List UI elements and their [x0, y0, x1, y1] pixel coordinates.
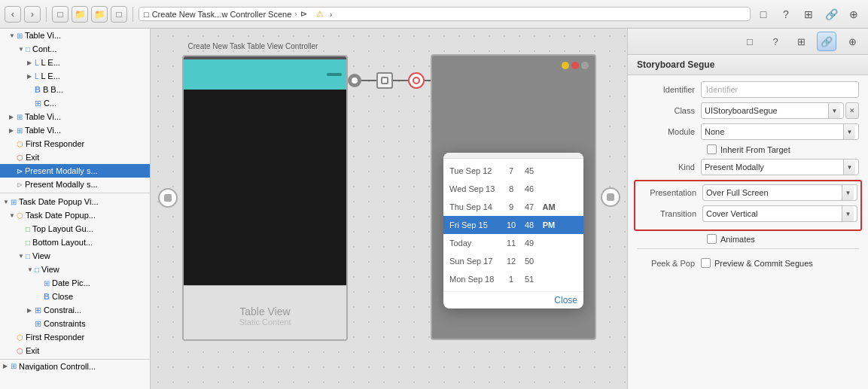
nav-triangle-tv2[interactable] [9, 114, 17, 120]
peek-pop-checkbox[interactable] [701, 258, 711, 268]
nav-icon-tv3: ⊞ [17, 126, 23, 135]
file-icon-3[interactable]: 📁 [91, 6, 108, 23]
presentation-select[interactable]: Over Full Screen ▼ [702, 184, 857, 201]
nav-triangle-cont[interactable] [18, 46, 26, 53]
nav-triangle-v1[interactable] [18, 253, 26, 260]
nav-item-navigation-controll[interactable]: ⊞ Navigation Controll... [0, 359, 150, 372]
class-select[interactable]: UIStoryboardSegue ▼ [701, 102, 844, 119]
nav-label-v1: View [32, 251, 50, 260]
connector-right-area [408, 72, 425, 89]
nav-item-view-2[interactable]: □ View [0, 263, 150, 276]
date-num2-5: 50 [520, 257, 538, 266]
nav-item-table-vi-3[interactable]: ⊞ Table Vi... [0, 123, 150, 137]
nav-item-top-layout[interactable]: □ Top Layout Gu... [0, 222, 150, 236]
animates-checkbox[interactable] [707, 234, 717, 244]
nav-triangle-tdpv[interactable] [3, 199, 11, 205]
inspector-tab-attributes[interactable]: 🔗 [817, 32, 836, 51]
inspector-icon-bar: □ ? ⊞ 🔗 ⊕ [628, 29, 868, 55]
module-select-arrow[interactable]: ▼ [843, 124, 855, 139]
date-ampm-2: AM [538, 202, 559, 211]
date-num2-2: 47 [520, 202, 538, 211]
inspector-tab-size[interactable]: ⊕ [842, 32, 862, 51]
nav-item-exit-2[interactable]: ⬡ Exit [0, 344, 150, 357]
inspector-icon-5[interactable]: ⊕ [844, 5, 863, 24]
nav-item-l-e-2[interactable]: L L E... [0, 69, 150, 83]
highlight-box: Presentation Over Full Screen ▼ Transiti… [634, 180, 862, 231]
inspector-icon-4[interactable]: 🔗 [821, 5, 841, 24]
forward-button[interactable]: › [24, 6, 41, 23]
inherit-checkbox[interactable] [707, 144, 717, 154]
nav-triangle-v2[interactable] [27, 266, 35, 273]
nav-item-constrai[interactable]: ⊞ Constrai... [0, 303, 150, 317]
identifier-field[interactable]: Identifier [701, 81, 859, 98]
nav-item-date-pic[interactable]: ⊞ Date Pic... [0, 276, 150, 290]
file-icon-2[interactable]: 📁 [72, 6, 88, 23]
peek-pop-label: Peek & Pop [637, 259, 701, 268]
nav-triangle-tv3[interactable] [9, 127, 17, 134]
close-button[interactable]: Close [554, 295, 577, 305]
transition-value: Cover Vertical [706, 209, 842, 218]
nav-triangle-constrai[interactable] [27, 307, 35, 314]
kind-select-arrow[interactable]: ▼ [843, 160, 855, 175]
nav-label-pm2: Present Modally s... [25, 180, 98, 189]
file-icon-4[interactable]: □ [111, 6, 127, 23]
inspector-tab-identity[interactable]: ⊞ [791, 32, 811, 51]
inspector-tab-quick[interactable]: ? [766, 32, 785, 51]
breadcrumb-text-1[interactable]: Create New Task...w Controller Scene [152, 10, 292, 19]
scene2-nav-inner [607, 193, 614, 201]
class-clear-btn[interactable]: ✕ [845, 102, 859, 119]
date-row-0: Tue Sep 12 7 45 [443, 162, 583, 180]
nav-triangle-1[interactable] [9, 32, 17, 39]
transition-select-arrow[interactable]: ▼ [842, 206, 854, 221]
date-num1-3: 10 [502, 220, 520, 229]
nav-label-ex1: Exit [26, 153, 39, 162]
nav-item-cont[interactable]: □ Cont... [0, 42, 150, 56]
date-day-1: Wed Sep 13 [449, 184, 502, 193]
nav-label-fr1: First Responder [26, 139, 84, 148]
nav-item-first-responder-1[interactable]: ⬡ First Responder [0, 137, 150, 150]
kind-select[interactable]: Present Modally ▼ [701, 159, 859, 175]
nav-item-table-vi-1[interactable]: ⊞ Table Vi... [0, 29, 150, 42]
nav-item-task-date-popup-2[interactable]: ⬡ Task Date Popup... [0, 208, 150, 222]
class-select-arrow[interactable]: ▼ [828, 103, 840, 118]
nav-forward-icon[interactable]: › [330, 10, 333, 19]
presentation-select-arrow[interactable]: ▼ [842, 185, 854, 200]
nav-item-present-modally-2[interactable]: ⊳ Present Modally s... [0, 178, 150, 191]
date-num1-1: 8 [502, 184, 520, 193]
file-icon-1[interactable]: □ [52, 6, 69, 23]
animates-checkbox-row: Animates [637, 234, 859, 244]
date-num1-6: 1 [502, 275, 520, 284]
back-button[interactable]: ‹ [5, 6, 21, 23]
nav-item-first-responder-2[interactable]: ⬡ First Responder [0, 330, 150, 344]
nav-item-c[interactable]: ⊞ C... [0, 96, 150, 110]
nav-label-tl: Top Layout Gu... [32, 224, 93, 233]
nav-triangle-tdp2[interactable] [9, 212, 17, 219]
nav-item-l-e-1[interactable]: L L E... [0, 56, 150, 69]
nav-triangle-nc[interactable] [3, 363, 11, 369]
class-select-group: UIStoryboardSegue ▼ ✕ [701, 102, 859, 119]
nav-triangle-le1[interactable] [27, 59, 35, 66]
transition-label: Transition [638, 209, 702, 218]
nav-item-task-date-popup-vi[interactable]: ⊞ Task Date Popup Vi... [0, 195, 150, 208]
nav-item-table-vi-2[interactable]: ⊞ Table Vi... [0, 110, 150, 123]
nav-item-constraints[interactable]: ⊞ Constraints [0, 317, 150, 330]
date-row-5: Sun Sep 17 12 50 [443, 252, 583, 270]
inspector-icon-1[interactable]: □ [754, 5, 773, 24]
transition-select[interactable]: Cover Vertical ▼ [702, 205, 857, 222]
nav-item-bottom-layout[interactable]: □ Bottom Layout... [0, 236, 150, 249]
nav-label-fr2: First Responder [26, 333, 84, 342]
nav-item-exit-1[interactable]: ⬡ Exit [0, 150, 150, 164]
nav-item-close-b[interactable]: B Close [0, 290, 150, 303]
inspector-icon-2[interactable]: ? [776, 5, 796, 24]
nav-item-view-1[interactable]: □ View [0, 249, 150, 263]
scene-1: Create New Task Table View Controller [158, 42, 348, 341]
date-day-5: Sun Sep 17 [449, 257, 502, 266]
nav-item-bb[interactable]: B B B... [0, 83, 150, 96]
nav-triangle-le2[interactable] [27, 73, 35, 80]
peek-pop-row: Peek & Pop Preview & Commit Segues [637, 254, 859, 272]
inspector-icon-3[interactable]: ⊞ [799, 5, 818, 24]
nav-item-present-modally-1[interactable]: ⊳ Present Modally s... [0, 164, 150, 178]
inspector-tab-file[interactable]: □ [740, 32, 760, 51]
module-select[interactable]: None ▼ [701, 123, 859, 140]
nav-icon-c: ⊞ [35, 99, 41, 108]
